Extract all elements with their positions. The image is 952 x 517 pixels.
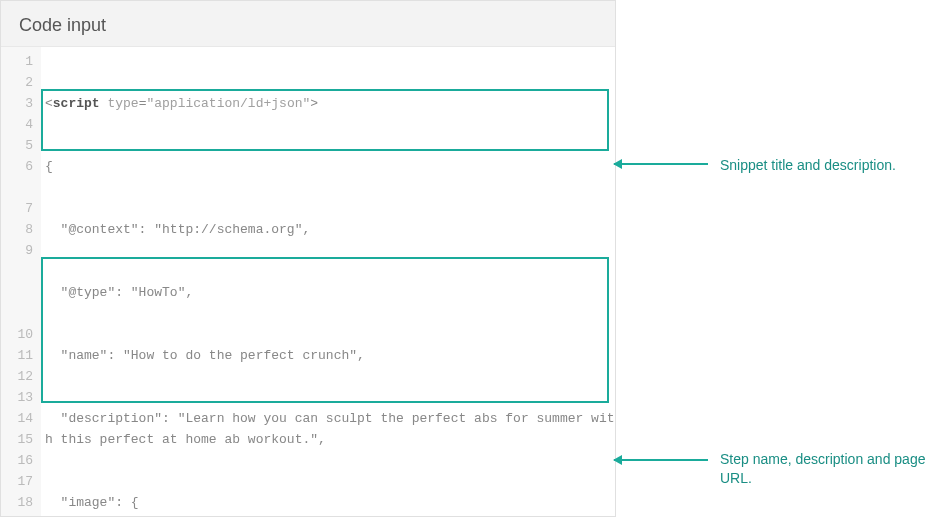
code-line: "name": "How to do the perfect crunch", [45, 345, 615, 366]
line-number: 17 [1, 471, 33, 492]
code-content[interactable]: <script type="application/ld+json"> { "@… [41, 47, 615, 516]
line-number: 18 [1, 492, 33, 516]
annotation-title-desc: Snippet title and description. [720, 156, 940, 175]
line-number: 1 [1, 51, 33, 72]
line-number: 3 [1, 93, 33, 114]
line-number: 6 [1, 156, 33, 198]
line-number: 8 [1, 219, 33, 240]
line-number: 10 [1, 324, 33, 345]
arrow-icon [614, 459, 708, 461]
line-number: 14 [1, 408, 33, 429]
code-line: "@context": "http://schema.org", [45, 219, 615, 240]
code-line: "image": { [45, 492, 615, 513]
code-line: "description": "Learn how you can sculpt… [45, 408, 615, 450]
line-number: 9 [1, 240, 33, 324]
code-line: <script type="application/ld+json"> [45, 93, 615, 114]
panel-title: Code input [1, 1, 615, 47]
line-gutter: 1 2 3 4 5 6 7 8 9 10 11 12 13 14 15 16 1… [1, 47, 41, 516]
line-number: 4 [1, 114, 33, 135]
line-number: 13 [1, 387, 33, 408]
code-line: "@type": "HowTo", [45, 282, 615, 303]
code-input-panel: Code input 1 2 3 4 5 6 7 8 9 10 11 12 13… [0, 0, 616, 517]
line-number: 11 [1, 345, 33, 366]
line-number: 5 [1, 135, 33, 156]
line-number: 12 [1, 366, 33, 387]
arrow-icon [614, 163, 708, 165]
annotation-step: Step name, description and page URL. [720, 450, 940, 488]
line-number: 15 [1, 429, 33, 450]
code-editor[interactable]: 1 2 3 4 5 6 7 8 9 10 11 12 13 14 15 16 1… [1, 47, 615, 516]
code-line: { [45, 156, 615, 177]
line-number: 7 [1, 198, 33, 219]
line-number: 2 [1, 72, 33, 93]
line-number: 16 [1, 450, 33, 471]
